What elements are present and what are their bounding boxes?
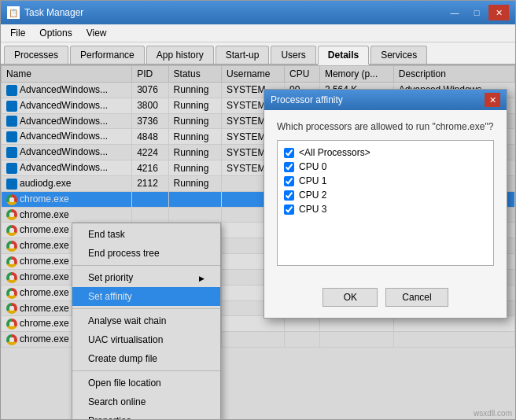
tab-details[interactable]: Details (318, 46, 369, 65)
dialog-close-button[interactable]: ✕ (485, 93, 500, 107)
tab-processes[interactable]: Processes (4, 46, 68, 64)
tab-app-history[interactable]: App history (146, 46, 214, 64)
minimize-button[interactable]: — (444, 5, 465, 20)
processor-item-1: CPU 0 (284, 160, 487, 174)
processor-checkbox-1[interactable] (284, 162, 294, 172)
close-button[interactable]: ✕ (488, 5, 509, 20)
menu-bar: File Options View (1, 24, 515, 42)
dialog-ok-button[interactable]: OK (322, 288, 378, 307)
watermark: wsxdll.com (474, 409, 512, 418)
dialog-cancel-button[interactable]: Cancel (385, 288, 448, 307)
menu-file[interactable]: File (4, 26, 31, 40)
maximize-button[interactable]: □ (466, 5, 487, 20)
processor-item-2: CPU 1 (284, 174, 487, 188)
processor-list: <All Processors>CPU 0CPU 1CPU 2CPU 3 (277, 140, 494, 266)
processor-label-0: <All Processors> (299, 147, 370, 158)
dialog-overlay: Processor affinity ✕ Which processors ar… (1, 65, 515, 419)
dialog-footer: OK Cancel (264, 288, 507, 318)
processor-label-2: CPU 1 (299, 175, 326, 186)
dialog-title-bar: Processor affinity ✕ (264, 90, 507, 110)
tab-users[interactable]: Users (271, 46, 315, 64)
task-manager-window: 📋 Task Manager — □ ✕ File Options View P… (0, 0, 516, 420)
tab-bar: Processes Performance App history Start-… (1, 42, 515, 65)
tab-startup[interactable]: Start-up (216, 46, 270, 64)
dialog-body: Which processors are allowed to run "chr… (264, 110, 507, 288)
dialog-title: Processor affinity (271, 94, 343, 105)
processor-checkbox-2[interactable] (284, 176, 294, 186)
processor-item-3: CPU 2 (284, 188, 487, 202)
processor-label-1: CPU 0 (299, 161, 326, 172)
processor-affinity-dialog: Processor affinity ✕ Which processors ar… (264, 89, 507, 319)
processor-label-4: CPU 3 (299, 204, 326, 215)
main-content: Name PID Status Username CPU Memory (p..… (1, 65, 515, 419)
title-bar-left: 📋 Task Manager (7, 6, 83, 19)
window-controls: — □ ✕ (444, 5, 509, 20)
processor-item-0: <All Processors> (284, 146, 487, 160)
processor-item-4: CPU 3 (284, 202, 487, 216)
title-bar: 📋 Task Manager — □ ✕ (1, 1, 515, 24)
processor-checkbox-0[interactable] (284, 148, 294, 158)
tab-services[interactable]: Services (370, 46, 427, 64)
menu-view[interactable]: View (80, 26, 113, 40)
processor-checkbox-3[interactable] (284, 190, 294, 201)
tab-performance[interactable]: Performance (70, 46, 145, 64)
processor-label-3: CPU 2 (299, 190, 326, 201)
dialog-question: Which processors are allowed to run "chr… (277, 121, 494, 132)
processor-checkbox-4[interactable] (284, 204, 294, 215)
menu-options[interactable]: Options (33, 26, 78, 40)
app-icon: 📋 (7, 6, 20, 19)
window-title: Task Manager (24, 7, 83, 18)
